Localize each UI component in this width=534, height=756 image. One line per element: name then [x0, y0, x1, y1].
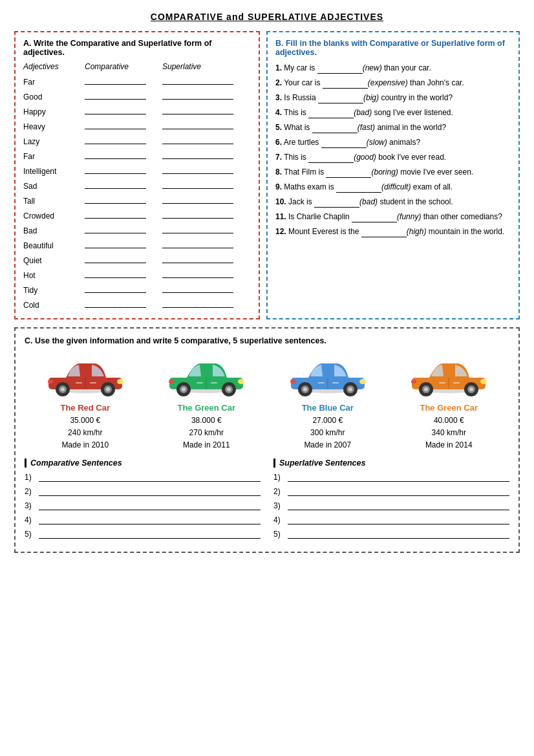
super-blank[interactable]: [162, 297, 251, 312]
super-blank[interactable]: [162, 118, 251, 133]
svg-rect-51: [453, 382, 460, 383]
comp-blank[interactable]: [85, 222, 162, 237]
fill-blank-2[interactable]: [323, 80, 368, 89]
fill-item: 6. Are turtles (slow) animals?: [275, 136, 511, 148]
adj-word: Intelligent: [23, 163, 85, 178]
fill-blank-9[interactable]: [336, 184, 381, 193]
comp-blank[interactable]: [85, 118, 162, 133]
car-card: The Green Car 40.000 € 340 km/hr Made in…: [394, 353, 504, 452]
car-info: 35.000 € 240 km/hr Made in 2010: [30, 415, 140, 452]
section-b: B. Fill in the blanks with Comparative o…: [266, 31, 520, 319]
super-blank[interactable]: [162, 163, 251, 178]
superlative-sentence-line[interactable]: 5): [273, 530, 509, 539]
adj-word: Beautiful: [23, 237, 85, 252]
svg-point-21: [238, 379, 244, 384]
fill-blank-6[interactable]: [321, 139, 367, 148]
adj-row: Hot: [23, 267, 251, 282]
comparative-sentence-line[interactable]: 3): [25, 501, 261, 510]
super-blank[interactable]: [162, 178, 251, 193]
comp-blank[interactable]: [85, 297, 162, 312]
sentence-blank[interactable]: [288, 501, 509, 510]
comp-blank[interactable]: [85, 74, 162, 89]
fill-blank-3[interactable]: [318, 94, 363, 103]
section-c-header: C. Use the given information and write 5…: [25, 336, 509, 345]
comp-blank[interactable]: [85, 133, 162, 148]
svg-point-48: [411, 380, 416, 383]
fill-blank-5[interactable]: [312, 124, 358, 133]
svg-point-8: [117, 379, 123, 384]
adj-row: Quiet: [23, 252, 251, 267]
fill-item: 10. Jack is (bad) student in the school.: [275, 196, 511, 208]
comp-blank[interactable]: [85, 148, 162, 163]
svg-point-7: [106, 387, 110, 391]
comp-blank[interactable]: [85, 178, 162, 193]
adj-word: Hot: [23, 267, 85, 282]
sentence-num: 2): [25, 487, 39, 496]
fill-blank-4[interactable]: [308, 109, 354, 118]
comp-blank[interactable]: [85, 89, 162, 103]
superlative-sentence-line[interactable]: 2): [273, 487, 509, 496]
fill-blank-12[interactable]: [361, 228, 407, 237]
super-blank[interactable]: [162, 222, 251, 237]
super-blank[interactable]: [162, 267, 251, 282]
superlative-sentence-line[interactable]: 1): [273, 473, 509, 482]
col-superlative: Superlative: [162, 62, 251, 74]
sentence-num: 5): [25, 530, 39, 539]
sentence-blank[interactable]: [39, 501, 261, 510]
fill-blank-10[interactable]: [314, 199, 359, 208]
car-info: 27.000 € 300 km/hr Made in 2007: [273, 415, 383, 452]
fill-blank-11[interactable]: [352, 213, 397, 222]
comp-blank[interactable]: [85, 208, 162, 222]
sentence-blank[interactable]: [39, 473, 261, 482]
fill-blank-8[interactable]: [326, 169, 371, 178]
main-title: COMPARATIVE and SUPERLATIVE ADJECTIVES: [14, 12, 520, 22]
sentence-blank[interactable]: [39, 515, 261, 524]
sentence-blank[interactable]: [39, 487, 261, 496]
section-a-header: A. Write the Comparative and Superlative…: [23, 39, 251, 57]
comp-blank[interactable]: [85, 252, 162, 267]
comp-blank[interactable]: [85, 103, 162, 118]
comparative-sentence-line[interactable]: 2): [25, 487, 261, 496]
super-blank[interactable]: [162, 89, 251, 103]
fill-blank-7[interactable]: [308, 154, 354, 163]
comp-blank[interactable]: [85, 267, 162, 282]
superlative-sentence-line[interactable]: 4): [273, 515, 509, 524]
comparative-sentence-line[interactable]: 4): [25, 515, 261, 524]
super-blank[interactable]: [162, 208, 251, 222]
comp-blank[interactable]: [85, 237, 162, 252]
svg-rect-25: [211, 382, 217, 383]
section-b-header: B. Fill in the blanks with Comparative o…: [275, 39, 511, 57]
comp-blank[interactable]: [85, 163, 162, 178]
fill-blank-1[interactable]: [317, 65, 363, 74]
super-blank[interactable]: [162, 252, 251, 267]
sentence-blank[interactable]: [288, 487, 509, 496]
comparative-sentence-line[interactable]: 1): [25, 473, 261, 482]
super-blank[interactable]: [162, 103, 251, 118]
adj-word: Tidy: [23, 282, 85, 297]
super-blank[interactable]: [162, 193, 251, 208]
superlative-sentence-line[interactable]: 3): [273, 501, 509, 510]
section-c: C. Use the given information and write 5…: [14, 327, 520, 553]
comp-blank[interactable]: [85, 193, 162, 208]
car-name: The Green Car: [394, 403, 504, 413]
super-blank[interactable]: [162, 133, 251, 148]
comparative-sentence-line[interactable]: 5): [25, 530, 261, 539]
adj-word: Crowded: [23, 208, 85, 222]
super-blank[interactable]: [162, 237, 251, 252]
cars-row: The Red Car 35.000 € 240 km/hr Made in 2…: [25, 353, 509, 452]
adj-row: Good: [23, 89, 251, 103]
sentence-blank[interactable]: [288, 473, 509, 482]
adj-word: Bad: [23, 222, 85, 237]
super-blank[interactable]: [162, 148, 251, 163]
svg-point-43: [424, 387, 428, 391]
comp-blank[interactable]: [85, 282, 162, 297]
car-image: [164, 353, 248, 398]
car-card: The Green Car 38.000 € 270 km/hr Made in…: [151, 353, 261, 452]
sentence-blank[interactable]: [288, 515, 509, 524]
sentence-blank[interactable]: [39, 530, 261, 539]
super-blank[interactable]: [162, 282, 251, 297]
car-image: [286, 353, 370, 398]
sentence-blank[interactable]: [288, 530, 509, 539]
super-blank[interactable]: [162, 74, 251, 89]
adj-row: Tall: [23, 193, 251, 208]
